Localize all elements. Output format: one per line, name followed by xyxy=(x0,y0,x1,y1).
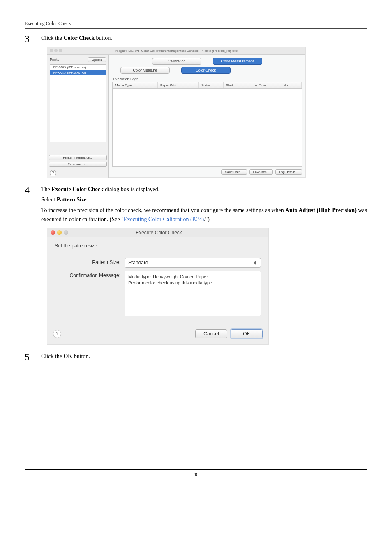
printer-label: Printer xyxy=(50,58,61,62)
traffic-lights xyxy=(47,49,65,52)
list-item[interactable]: iPFXXXX (iPFxxxx_xx) xyxy=(50,65,106,70)
zoom-icon xyxy=(64,230,68,235)
text: Click the xyxy=(41,353,63,359)
step-4-line1: The Execute Color Check dialog box is di… xyxy=(41,185,367,194)
help-icon[interactable]: ? xyxy=(53,330,61,338)
screenshot-execute-color-check: Execute Color Check Set the pattern size… xyxy=(47,228,269,345)
execution-logs-table: Media Type Paper Width Status Start Time… xyxy=(112,82,302,167)
text: The xyxy=(41,186,51,192)
step-5-text: Click the OK button. xyxy=(41,352,367,361)
col-time-label: Time xyxy=(259,83,266,87)
printer-information-button[interactable]: Printer Information... xyxy=(49,155,107,160)
confirmation-message-label: Confirmation Message: xyxy=(55,271,125,278)
pattern-size-label: Pattern Size: xyxy=(55,258,125,265)
page-header: Executing Color Check xyxy=(25,21,367,29)
text: To increase the precision of the color c… xyxy=(41,207,285,213)
step-4-number: 4 xyxy=(25,185,41,195)
traffic-lights xyxy=(47,230,71,235)
text-bold: OK xyxy=(63,353,72,359)
page-number: 40 xyxy=(25,469,367,478)
text: dialog box is displayed. xyxy=(104,186,160,192)
execution-logs-label: Execution Logs xyxy=(113,77,302,81)
confirmation-line-1: Media type: Heavyweight Coated Paper xyxy=(128,274,257,280)
printer-list[interactable]: iPFXXXX (iPFxxxx_xx) iPFXXXX (iPFxxxx_xx… xyxy=(50,64,106,142)
col-start[interactable]: Start xyxy=(224,82,256,88)
minimize-icon[interactable] xyxy=(54,49,58,52)
cancel-button[interactable]: Cancel xyxy=(195,329,227,338)
close-icon[interactable] xyxy=(51,230,55,235)
screenshot-main-window: imagePROGRAF Color Calibration Managemen… xyxy=(47,47,306,178)
pattern-size-select[interactable]: Standard ▲▼ xyxy=(125,258,261,268)
dropdown-arrow-icon: ▲▼ xyxy=(252,260,258,266)
confirmation-line-2: Perform color check using this media typ… xyxy=(128,280,257,286)
col-paper-width[interactable]: Paper Width xyxy=(158,82,199,88)
tab-calibration[interactable]: Calibration xyxy=(152,58,201,65)
window-title: imagePROGRAF Color Calibration Managemen… xyxy=(65,49,305,53)
dialog-title: Execute Color Check xyxy=(71,230,268,236)
col-time[interactable]: Time xyxy=(256,82,281,88)
subtab-color-measure[interactable]: Color Measure xyxy=(120,67,170,74)
tab-color-measurement[interactable]: Color Measurement xyxy=(213,58,262,65)
step-4: 4 The Execute Color Check dialog box is … xyxy=(25,185,367,226)
text-bold: Color Check xyxy=(63,35,95,41)
text-bold: Execute Color Check xyxy=(51,186,104,192)
favorites-button[interactable]: Favorites... xyxy=(249,169,273,175)
ok-button[interactable]: OK xyxy=(231,329,263,338)
text: . xyxy=(86,197,88,203)
text: .") xyxy=(204,216,210,222)
step-3-number: 3 xyxy=(25,34,41,44)
col-no[interactable]: No xyxy=(281,82,302,88)
link-executing-color-calibration[interactable]: Executing Color Calibration (P.24) xyxy=(124,216,204,222)
save-data-button[interactable]: Save Data... xyxy=(221,169,247,175)
update-button[interactable]: Update xyxy=(88,57,106,62)
log-details-button[interactable]: Log Details... xyxy=(275,169,302,175)
window-titlebar: imagePROGRAF Color Calibration Managemen… xyxy=(47,47,305,55)
step-5: 5 Click the OK button. xyxy=(25,352,367,363)
text: Select xyxy=(41,197,57,203)
confirmation-message-box: Media type: Heavyweight Coated Paper Per… xyxy=(125,271,261,316)
sidebar: Printer Update iPFXXXX (iPFxxxx_xx) iPFX… xyxy=(47,55,109,178)
step-4-line2: Select Pattern Size. xyxy=(41,195,367,204)
close-icon[interactable] xyxy=(50,49,53,52)
col-media-type[interactable]: Media Type xyxy=(113,82,158,88)
col-status[interactable]: Status xyxy=(199,82,224,88)
sort-asc-icon xyxy=(255,84,257,86)
dialog-titlebar: Execute Color Check xyxy=(47,228,268,237)
printmonitor-button[interactable]: Printmonitor... xyxy=(49,162,107,167)
text-bold: Pattern Size xyxy=(57,197,87,203)
step-4-line3: To increase the precision of the color c… xyxy=(41,206,367,224)
minimize-icon[interactable] xyxy=(57,230,62,235)
text: button. xyxy=(95,35,112,41)
text-bold: Auto Adjust (High Precision) xyxy=(285,207,357,213)
text: Click the xyxy=(41,35,63,41)
help-icon[interactable]: ? xyxy=(50,170,56,176)
step-5-number: 5 xyxy=(25,352,41,362)
list-item[interactable]: iPFXXXX (iPFxxxx_xx) xyxy=(50,70,106,75)
zoom-icon[interactable] xyxy=(59,49,62,52)
set-pattern-size-label: Set the pattern size. xyxy=(55,243,261,249)
pattern-size-value: Standard xyxy=(128,260,148,266)
step-3-text: Click the Color Check button. xyxy=(41,34,367,43)
subtab-color-check[interactable]: Color Check xyxy=(181,67,231,74)
step-3: 3 Click the Color Check button. xyxy=(25,34,367,44)
text: button. xyxy=(72,353,90,359)
